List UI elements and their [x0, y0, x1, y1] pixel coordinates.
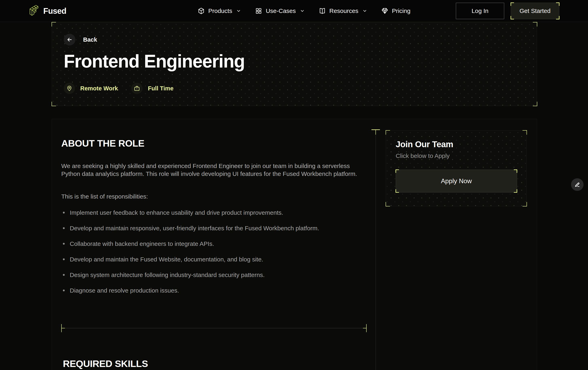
package-icon: [198, 8, 205, 14]
job-hero: Back Frontend Engineering Remote Work Fu…: [52, 22, 537, 106]
logo-text: Fused: [43, 6, 66, 16]
badge-label: Full Time: [148, 85, 173, 92]
back-button[interactable]: Back: [64, 34, 97, 45]
corner-bracket: [386, 130, 390, 135]
divider-line: [63, 328, 365, 328]
apply-now-button[interactable]: Apply Now: [396, 170, 517, 192]
divider-end-cap: [366, 324, 367, 332]
book-icon: [319, 8, 326, 14]
corner-bracket: [533, 102, 537, 106]
get-started-button-label: Get Started: [519, 8, 550, 14]
corner-bracket: [556, 2, 559, 6]
nav-menu: Products Use-Cases Resources Pricing: [198, 0, 410, 22]
nav-item-pricing[interactable]: Pricing: [381, 8, 410, 14]
fused-logo-icon: [29, 5, 40, 17]
corner-bracket: [556, 16, 559, 19]
corner-bracket: [52, 22, 56, 26]
pencil-icon: [574, 181, 580, 188]
corner-bracket: [533, 22, 537, 26]
back-button-label: Back: [83, 36, 97, 43]
corner-bracket: [514, 189, 517, 193]
get-started-button[interactable]: Get Started: [511, 3, 559, 19]
nav-item-label: Products: [208, 8, 232, 14]
about-role-heading: ABOUT THE ROLE: [61, 138, 144, 149]
corner-bracket: [396, 169, 399, 173]
responsibility-item: Design system architecture following ind…: [61, 271, 360, 279]
responsibility-item: Develop and maintain the Fused Website, …: [61, 255, 360, 263]
chevron-down-icon: [236, 9, 241, 13]
responsibility-item: Diagnose and resolve production issues.: [61, 287, 360, 294]
corner-bracket: [396, 189, 399, 193]
corner-bracket: [52, 102, 56, 106]
grid-icon: [255, 8, 262, 14]
location-pin-icon: [64, 83, 75, 94]
chevron-down-icon: [300, 9, 305, 13]
apply-card-subtitle: Click below to Apply: [396, 152, 450, 159]
logo[interactable]: Fused: [29, 0, 66, 22]
login-button-label: Log In: [472, 8, 488, 14]
gem-icon: [381, 8, 388, 14]
nav-item-use-cases[interactable]: Use-Cases: [255, 8, 304, 14]
full-time-badge: Full Time: [131, 83, 173, 94]
job-meta-badges: Remote Work Full Time: [64, 83, 173, 94]
remote-work-badge: Remote Work: [64, 83, 118, 94]
responsibilities-list: Implement user feedback to enhance usabi…: [61, 209, 360, 302]
apply-card: Join Our Team Click below to Apply Apply…: [386, 130, 527, 206]
apply-now-button-label: Apply Now: [441, 177, 472, 185]
section-divider: [61, 324, 367, 332]
corner-bracket: [386, 202, 390, 206]
edit-feedback-button[interactable]: [571, 178, 584, 191]
corner-bracket: [511, 16, 514, 19]
responsibility-item: Develop and maintain responsive, user-fr…: [61, 224, 360, 232]
required-skills-heading: REQUIRED SKILLS: [63, 358, 148, 369]
top-nav: Fused Products Use-Cases Resources: [0, 0, 588, 22]
nav-item-label: Resources: [329, 8, 358, 14]
chevron-down-icon: [362, 9, 367, 13]
about-role-intro: We are seeking a highly skilled and expe…: [61, 162, 365, 178]
corner-bracket: [514, 169, 517, 173]
apply-card-title: Join Our Team: [396, 139, 453, 149]
nav-item-label: Use-Cases: [266, 8, 296, 14]
auth-buttons: Log In Get Started: [456, 3, 559, 19]
login-button[interactable]: Log In: [456, 3, 504, 19]
responsibilities-intro: This is the list of responsibilities:: [61, 193, 148, 200]
arrow-left-icon: [64, 34, 75, 45]
corner-bracket: [511, 2, 514, 6]
responsibility-item: Collaborate with backend engineers to in…: [61, 240, 360, 248]
nav-item-resources[interactable]: Resources: [319, 8, 367, 14]
page-title: Frontend Engineering: [64, 51, 245, 71]
corner-bracket: [523, 130, 527, 135]
nav-item-products[interactable]: Products: [198, 8, 241, 14]
responsibility-item: Implement user feedback to enhance usabi…: [61, 209, 360, 217]
badge-label: Remote Work: [80, 85, 118, 92]
briefcase-icon: [131, 83, 143, 94]
nav-item-label: Pricing: [392, 8, 410, 14]
column-divider: [376, 129, 376, 370]
divider-end-cap: [61, 324, 62, 332]
corner-bracket: [523, 202, 527, 206]
